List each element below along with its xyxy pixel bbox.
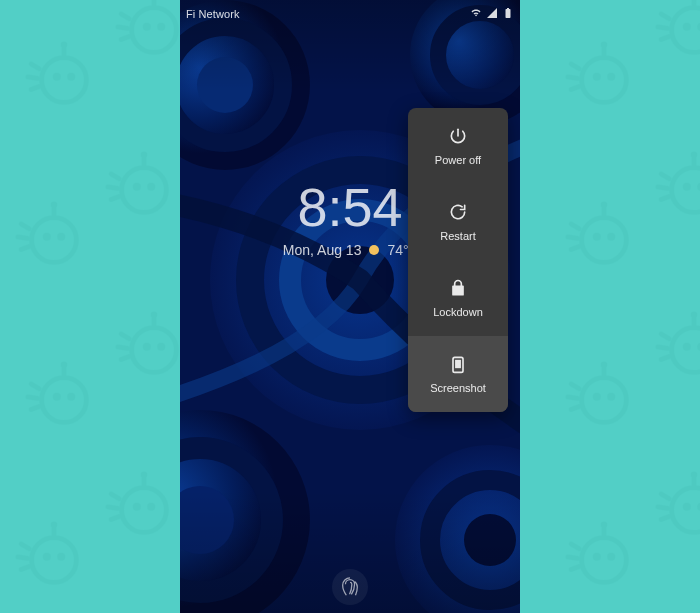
svg-point-58: [147, 503, 155, 511]
restart-label: Restart: [440, 230, 475, 242]
svg-point-112: [582, 538, 627, 583]
svg-line-43: [121, 334, 129, 339]
cellular-signal-icon: [486, 7, 498, 21]
svg-line-93: [661, 196, 669, 199]
svg-point-64: [582, 58, 627, 103]
svg-line-21: [21, 246, 29, 249]
svg-line-53: [21, 566, 29, 569]
svg-point-25: [133, 183, 141, 191]
svg-line-60: [108, 507, 118, 509]
svg-point-55: [51, 522, 57, 528]
svg-line-28: [108, 187, 118, 189]
svg-line-84: [568, 237, 578, 239]
svg-line-51: [21, 544, 29, 549]
svg-point-114: [607, 553, 615, 561]
svg-point-65: [593, 73, 601, 81]
svg-point-40: [132, 328, 177, 373]
svg-point-26: [147, 183, 155, 191]
svg-point-50: [57, 553, 65, 561]
svg-line-77: [661, 36, 669, 39]
svg-point-71: [601, 42, 607, 48]
svg-point-66: [607, 73, 615, 81]
wifi-icon: [470, 7, 482, 21]
svg-point-33: [53, 393, 61, 401]
svg-line-107: [661, 334, 669, 339]
svg-point-103: [601, 362, 607, 368]
svg-point-81: [593, 233, 601, 241]
svg-line-20: [18, 237, 28, 239]
svg-line-52: [18, 557, 28, 559]
svg-point-105: [683, 343, 691, 351]
power-icon: [448, 126, 468, 148]
svg-point-127: [691, 472, 697, 478]
carrier-label: Fi Network: [186, 8, 240, 20]
lock-icon: [448, 278, 468, 300]
svg-line-125: [661, 516, 669, 519]
svg-point-8: [132, 8, 177, 53]
screenshot-icon: [448, 354, 468, 376]
svg-line-124: [658, 507, 668, 509]
weather-sun-icon: [369, 245, 379, 255]
svg-point-32: [42, 378, 87, 423]
svg-point-16: [32, 218, 77, 263]
svg-point-1: [53, 73, 61, 81]
svg-rect-145: [455, 360, 461, 368]
lockdown-button[interactable]: Lockdown: [408, 260, 508, 336]
svg-point-7: [61, 42, 67, 48]
power-off-label: Power off: [435, 154, 481, 166]
status-bar: Fi Network: [186, 5, 514, 23]
svg-point-141: [464, 514, 516, 566]
screenshot-button[interactable]: Screenshot: [408, 336, 508, 412]
svg-point-24: [122, 168, 167, 213]
svg-point-82: [607, 233, 615, 241]
svg-point-113: [593, 553, 601, 561]
svg-point-135: [197, 57, 253, 113]
svg-point-9: [143, 23, 151, 31]
svg-line-76: [658, 27, 668, 29]
svg-line-117: [571, 566, 579, 569]
svg-line-35: [31, 384, 39, 389]
svg-point-89: [683, 183, 691, 191]
svg-line-123: [661, 494, 669, 499]
svg-line-108: [658, 347, 668, 349]
svg-line-19: [21, 224, 29, 229]
svg-point-57: [133, 503, 141, 511]
svg-line-44: [118, 347, 128, 349]
svg-point-111: [691, 312, 697, 318]
svg-point-34: [67, 393, 75, 401]
fingerprint-sensor[interactable]: [332, 569, 368, 605]
svg-line-12: [118, 27, 128, 29]
svg-line-75: [661, 14, 669, 19]
svg-line-3: [31, 64, 39, 69]
svg-point-98: [607, 393, 615, 401]
lockdown-label: Lockdown: [433, 306, 483, 318]
svg-point-47: [151, 312, 157, 318]
svg-point-41: [143, 343, 151, 351]
svg-line-68: [568, 77, 578, 79]
svg-line-45: [121, 356, 129, 359]
phone-lockscreen: Fi Network 8:54 Mon, Aug 13 74°F: [180, 0, 520, 613]
svg-line-67: [571, 64, 579, 69]
svg-point-42: [157, 343, 165, 351]
svg-point-95: [691, 152, 697, 158]
svg-point-48: [32, 538, 77, 583]
svg-point-87: [601, 202, 607, 208]
svg-point-119: [601, 522, 607, 528]
battery-icon: [502, 7, 514, 21]
svg-point-18: [57, 233, 65, 241]
svg-point-96: [582, 378, 627, 423]
svg-point-73: [683, 23, 691, 31]
svg-line-27: [111, 174, 119, 179]
svg-line-101: [571, 406, 579, 409]
svg-point-10: [157, 23, 165, 31]
restart-button[interactable]: Restart: [408, 184, 508, 260]
svg-line-29: [111, 196, 119, 199]
svg-line-59: [111, 494, 119, 499]
screenshot-label: Screenshot: [430, 382, 486, 394]
power-menu: Power off Restart Lockdown: [408, 108, 508, 412]
svg-line-85: [571, 246, 579, 249]
svg-point-97: [593, 393, 601, 401]
power-off-button[interactable]: Power off: [408, 108, 508, 184]
svg-line-92: [658, 187, 668, 189]
svg-line-91: [661, 174, 669, 179]
